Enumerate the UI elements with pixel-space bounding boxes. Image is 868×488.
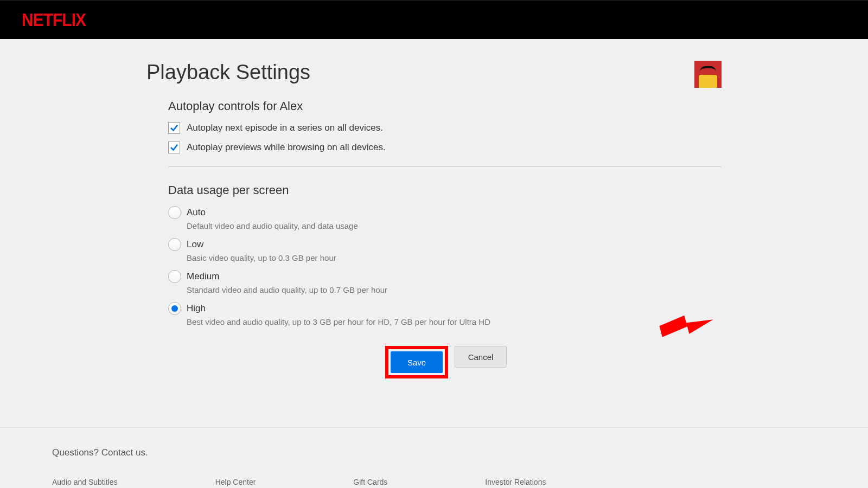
- data-usage-high-radio[interactable]: [168, 302, 181, 315]
- data-usage-auto-radio[interactable]: [168, 206, 181, 219]
- save-annotation-box: Save: [385, 346, 448, 378]
- autoplay-next-episode-checkbox[interactable]: [168, 122, 180, 134]
- data-usage-low: Low Basic video quality, up to 0.3 GB pe…: [168, 238, 722, 262]
- radio-desc: Best video and audio quality, up to 3 GB…: [187, 317, 490, 326]
- autoplay-next-episode-label: Autoplay next episode in a series on all…: [187, 123, 383, 133]
- data-usage-medium-radio[interactable]: [168, 270, 181, 283]
- data-usage-medium: Medium Standard video and audio quality,…: [168, 270, 722, 294]
- radio-label: High: [187, 302, 490, 315]
- page-title: Playback Settings: [146, 61, 310, 84]
- autoplay-heading: Autoplay controls for Alex: [168, 99, 722, 113]
- radio-label: Low: [187, 238, 336, 251]
- footer-link-audio[interactable]: Audio and Subtitles: [52, 478, 118, 486]
- save-button[interactable]: Save: [391, 351, 443, 373]
- data-usage-auto: Auto Default video and audio quality, an…: [168, 206, 722, 230]
- footer-questions[interactable]: Questions? Contact us.: [52, 447, 816, 458]
- autoplay-next-episode-row: Autoplay next episode in a series on all…: [168, 122, 722, 134]
- netflix-logo[interactable]: NETFLIX: [22, 10, 86, 30]
- radio-desc: Standard video and audio quality, up to …: [187, 285, 387, 294]
- settings-container: Playback Settings Autoplay controls for …: [146, 39, 722, 378]
- footer-link-help[interactable]: Help Center: [215, 478, 256, 486]
- footer-link-investor[interactable]: Investor Relations: [485, 478, 546, 486]
- footer-link-gift[interactable]: Gift Cards: [353, 478, 387, 486]
- footer-links: Audio and Subtitles Help Center Gift Car…: [52, 478, 816, 486]
- autoplay-previews-checkbox[interactable]: [168, 142, 180, 153]
- section-divider: [168, 166, 722, 167]
- profile-avatar[interactable]: [694, 61, 722, 88]
- data-usage-heading: Data usage per screen: [168, 183, 722, 197]
- check-icon: [169, 143, 179, 152]
- radio-desc: Basic video quality, up to 0.3 GB per ho…: [187, 253, 336, 262]
- radio-label: Auto: [187, 206, 358, 219]
- check-icon: [169, 123, 179, 133]
- cancel-button[interactable]: Cancel: [455, 346, 507, 368]
- radio-desc: Default video and audio quality, and dat…: [187, 221, 358, 230]
- data-usage-low-radio[interactable]: [168, 238, 181, 251]
- radio-label: Medium: [187, 270, 387, 283]
- autoplay-previews-row: Autoplay previews while browsing on all …: [168, 142, 722, 153]
- data-usage-high: High Best video and audio quality, up to…: [168, 302, 722, 326]
- autoplay-previews-label: Autoplay previews while browsing on all …: [187, 142, 386, 153]
- page-footer: Questions? Contact us. Audio and Subtitl…: [0, 427, 868, 486]
- action-buttons: Save Cancel: [385, 346, 722, 378]
- app-header: NETFLIX: [0, 0, 868, 39]
